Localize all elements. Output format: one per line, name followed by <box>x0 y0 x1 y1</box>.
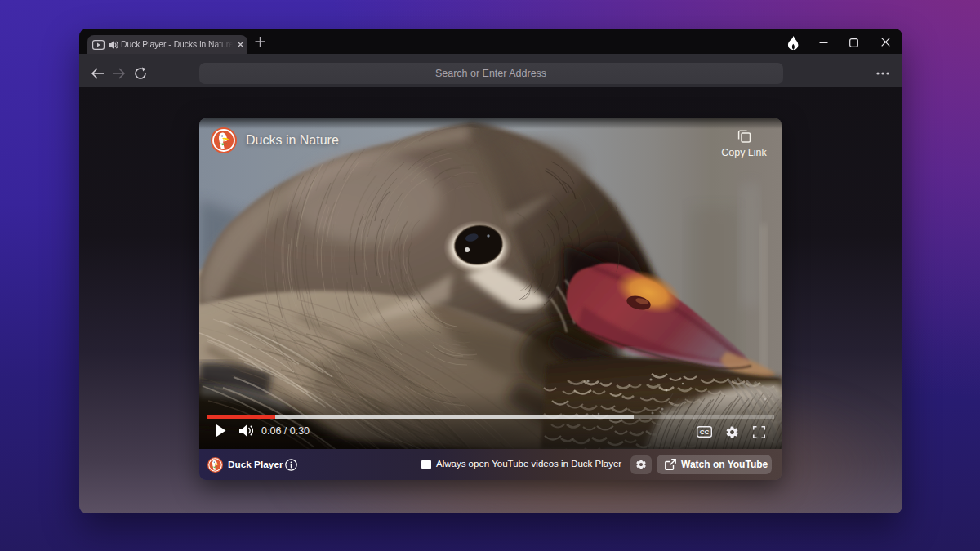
svg-text:CC: CC <box>700 429 710 436</box>
